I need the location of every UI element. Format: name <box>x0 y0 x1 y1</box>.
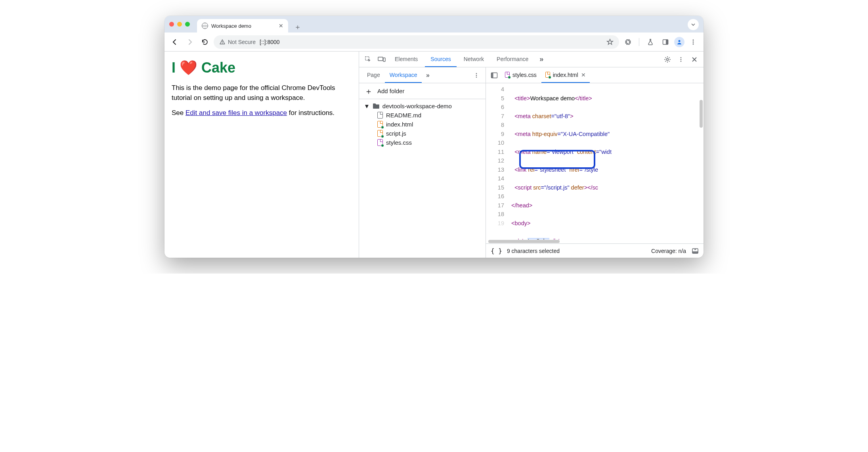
svg-point-4 <box>679 40 681 42</box>
selection-status: 9 characters selected <box>507 248 560 254</box>
tree-file-script[interactable]: script.js <box>359 129 486 138</box>
nav-more-tabs-icon[interactable]: » <box>422 69 434 81</box>
svg-point-16 <box>476 75 477 76</box>
code-area[interactable]: 45678910111213141516171819 <title>Worksp… <box>486 83 704 239</box>
close-editor-tab-icon[interactable]: ✕ <box>581 72 586 78</box>
settings-icon[interactable] <box>662 54 673 65</box>
svg-point-15 <box>476 73 477 74</box>
modified-dot-icon <box>508 76 511 79</box>
svg-rect-19 <box>491 73 493 78</box>
profile-avatar[interactable] <box>674 37 684 47</box>
svg-point-11 <box>667 58 669 60</box>
editor-statusbar: { } 9 characters selected Coverage: n/a <box>486 243 704 258</box>
close-tab-icon[interactable]: ✕ <box>279 23 283 29</box>
svg-point-1 <box>222 43 223 44</box>
line-gutter: 45678910111213141516171819 <box>486 83 508 239</box>
modified-dot-icon <box>381 144 384 147</box>
file-label: styles.css <box>386 139 412 146</box>
code-editor: styles.css index.html ✕ 4567891011121314… <box>486 67 704 258</box>
content-area: I ❤️ Cake This is the demo page for the … <box>164 52 704 258</box>
editor-tabbar: styles.css index.html ✕ <box>486 67 704 83</box>
tab-strip: Workspace demo ✕ ＋ <box>164 16 704 33</box>
reload-button[interactable] <box>199 36 211 48</box>
minimize-window-icon[interactable] <box>177 22 182 27</box>
devtools-tabbar: Elements Sources Network Performance » <box>359 52 704 67</box>
security-chip[interactable]: Not Secure <box>219 39 256 45</box>
tab-performance[interactable]: Performance <box>491 52 534 67</box>
more-tabs-icon[interactable]: » <box>535 54 547 65</box>
tree-file-styles[interactable]: styles.css <box>359 138 486 147</box>
nav-tab-page[interactable]: Page <box>362 67 385 83</box>
address-bar[interactable]: Not Secure [::]:8000 <box>214 35 619 49</box>
tree-file-index[interactable]: index.html <box>359 120 486 129</box>
disclosure-triangle-icon: ▼ <box>364 103 370 109</box>
nav-menu-icon[interactable] <box>470 69 482 81</box>
device-toggle-icon[interactable] <box>376 54 388 65</box>
maximize-window-icon[interactable] <box>185 22 190 27</box>
tab-sources[interactable]: Sources <box>425 52 456 67</box>
file-label: script.js <box>386 130 406 137</box>
extensions-icon[interactable] <box>621 36 634 48</box>
tree-file-readme[interactable]: README.md <box>359 111 486 120</box>
close-window-icon[interactable] <box>169 22 174 27</box>
nav-tab-workspace[interactable]: Workspace <box>385 67 422 83</box>
editor-tab-index[interactable]: index.html ✕ <box>541 67 590 83</box>
page-paragraph-1: This is the demo page for the official C… <box>172 83 352 103</box>
plus-icon: ＋ <box>365 87 373 95</box>
browser-tab[interactable]: Workspace demo ✕ <box>197 19 288 33</box>
new-tab-button[interactable]: ＋ <box>292 21 303 33</box>
svg-point-6 <box>693 41 694 42</box>
inspect-icon[interactable] <box>362 54 374 65</box>
folder-icon <box>373 103 379 109</box>
back-button[interactable] <box>168 36 181 48</box>
bookmark-icon[interactable] <box>606 38 614 46</box>
svg-point-5 <box>693 39 694 40</box>
svg-rect-10 <box>383 58 385 61</box>
side-panel-icon[interactable] <box>659 36 672 48</box>
tree-folder[interactable]: ▼ devtools-workspace-demo <box>359 102 486 111</box>
file-label: index.html <box>386 121 413 128</box>
toggle-drawer-icon[interactable] <box>692 248 699 254</box>
editor-tab-label: index.html <box>553 72 578 78</box>
editor-tab-styles[interactable]: styles.css <box>501 67 541 83</box>
devtools-menu-icon[interactable] <box>675 54 687 65</box>
code-lines[interactable]: <title>Workspace demo</title> <meta char… <box>508 83 704 239</box>
add-folder-label: Add folder <box>377 88 404 94</box>
tab-title: Workspace demo <box>211 23 251 29</box>
svg-point-12 <box>681 57 682 58</box>
folder-label: devtools-workspace-demo <box>382 103 452 109</box>
rendered-page: I ❤️ Cake This is the demo page for the … <box>164 52 359 258</box>
svg-point-17 <box>476 77 477 78</box>
sources-body: Page Workspace » ＋ Add folder ▼ <box>359 67 704 258</box>
modified-dot-icon <box>381 126 384 129</box>
editor-tab-label: styles.css <box>512 72 537 78</box>
url-text: [::]:8000 <box>260 39 280 45</box>
modified-dot-icon <box>548 76 551 79</box>
tab-network[interactable]: Network <box>458 52 489 67</box>
forward-button[interactable] <box>184 36 196 48</box>
warning-icon <box>219 39 226 45</box>
horizontal-scrollbar[interactable] <box>486 239 704 243</box>
tabs-dropdown-button[interactable] <box>688 19 699 30</box>
svg-point-14 <box>681 61 682 62</box>
svg-point-13 <box>681 59 682 60</box>
navigator-tabs: Page Workspace » <box>359 67 486 83</box>
close-devtools-icon[interactable] <box>688 54 700 65</box>
coverage-status: Coverage: n/a <box>651 248 686 254</box>
labs-icon[interactable] <box>644 36 657 48</box>
page-paragraph-2: See Edit and save files in a workspace f… <box>172 108 352 118</box>
add-folder-button[interactable]: ＋ Add folder <box>359 83 486 99</box>
svg-rect-9 <box>378 57 383 61</box>
pretty-print-icon[interactable]: { } <box>491 247 502 255</box>
window-controls <box>169 16 197 33</box>
sources-navigator: Page Workspace » ＋ Add folder ▼ <box>359 67 486 258</box>
modified-dot-icon <box>381 135 384 138</box>
workspace-docs-link[interactable]: Edit and save files in a workspace <box>185 109 287 117</box>
page-heading: I ❤️ Cake <box>172 59 352 76</box>
chrome-menu-icon[interactable] <box>687 36 700 48</box>
toolbar-divider <box>639 38 639 46</box>
toggle-navigator-icon[interactable] <box>488 69 500 81</box>
svg-rect-21 <box>692 251 698 253</box>
file-label: README.md <box>386 112 421 119</box>
tab-elements[interactable]: Elements <box>389 52 423 67</box>
